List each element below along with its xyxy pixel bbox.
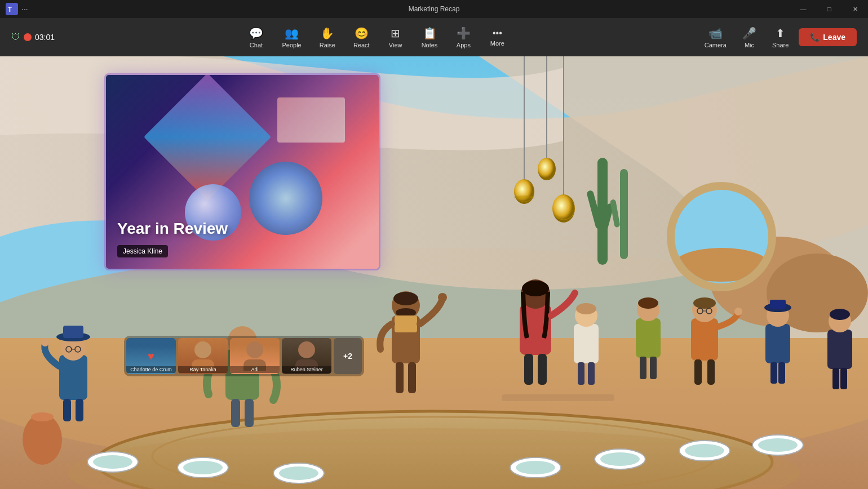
participant-name-ray: Ray Tanaka (178, 366, 228, 373)
notes-icon: 📋 (423, 26, 437, 40)
svg-point-37 (685, 444, 724, 457)
leave-label: Leave (823, 33, 845, 42)
teams-logo-icon: T (6, 3, 18, 15)
svg-point-31 (279, 466, 318, 480)
svg-rect-74 (636, 318, 661, 358)
raise-icon: ✋ (320, 26, 334, 40)
svg-rect-87 (707, 359, 715, 385)
maximize-button[interactable]: □ (816, 0, 842, 18)
people-label: People (282, 42, 301, 48)
svg-rect-101 (502, 394, 614, 401)
svg-rect-73 (588, 362, 595, 385)
svg-point-61 (438, 293, 447, 302)
svg-point-10 (514, 179, 534, 204)
minimize-button[interactable]: — (790, 0, 816, 18)
raise-button[interactable]: ✋ Raise (312, 23, 343, 52)
svg-rect-77 (640, 357, 646, 379)
people-button[interactable]: 👥 People (274, 23, 309, 52)
apps-label: Apps (457, 42, 471, 48)
svg-point-96 (830, 309, 850, 320)
more-button[interactable]: ••• More (481, 25, 513, 50)
participant-tile-ruben: Ruben Steiner (282, 338, 331, 374)
title-bar: T ··· Marketing Recap — □ ✕ (0, 0, 868, 18)
security-shield-icon: 🛡 (11, 32, 20, 42)
svg-point-39 (758, 438, 798, 452)
view-icon: ⊞ (391, 26, 400, 40)
participant-name-adi: Adi (230, 366, 280, 373)
title-bar-dots[interactable]: ··· (21, 5, 28, 14)
notes-button[interactable]: 📋 Notes (414, 23, 446, 52)
toolbar: 🛡 03:01 💬 Chat 👥 People ✋ Raise 😊 React … (0, 18, 868, 56)
participant-heart-icon: ♥ (148, 350, 154, 363)
svg-text:T: T (8, 6, 12, 14)
slide-presenter: Jessica Kline (117, 245, 168, 257)
leave-button[interactable]: 📞 Leave (799, 28, 857, 46)
svg-point-76 (638, 297, 658, 309)
more-participants-badge: +2 (334, 338, 362, 374)
svg-point-71 (576, 303, 596, 314)
svg-rect-97 (832, 368, 839, 389)
chat-button[interactable]: 💬 Chat (240, 23, 272, 52)
slide-title: Year in Review (117, 220, 228, 238)
react-label: React (353, 42, 370, 48)
svg-rect-79 (691, 318, 718, 361)
recording-indicator (24, 33, 32, 41)
svg-rect-62 (396, 362, 404, 393)
svg-point-27 (93, 455, 132, 469)
participant-name-charlotte: Charlotte de Crum (126, 366, 176, 373)
camera-icon: 📹 (708, 26, 723, 40)
svg-point-99 (23, 414, 62, 465)
svg-rect-72 (578, 362, 584, 385)
svg-point-14 (538, 158, 556, 180)
svg-rect-86 (694, 359, 702, 385)
share-button[interactable]: ⬆ Share (767, 23, 794, 52)
main-content: Year in Review Jessica Kline ♥ Charlotte… (0, 56, 868, 489)
toolbar-center: 💬 Chat 👥 People ✋ Raise 😊 React ⊞ View 📋… (240, 23, 513, 52)
chat-icon: 💬 (249, 26, 263, 40)
mic-button[interactable]: 🎤 Mic (737, 23, 762, 52)
svg-rect-94 (827, 330, 852, 369)
notes-label: Notes (422, 42, 438, 48)
view-label: View (389, 42, 402, 48)
mic-icon: 🎤 (742, 26, 756, 40)
svg-rect-69 (574, 324, 599, 363)
react-icon: 😊 (355, 26, 369, 40)
participant-tile-ray: Ray Tanaka (178, 338, 228, 374)
participants-strip: ♥ Charlotte de Crum Ray Tanaka Adi (124, 336, 364, 376)
svg-point-12 (514, 195, 534, 199)
svg-rect-91 (770, 300, 786, 309)
svg-rect-63 (408, 362, 416, 393)
svg-rect-93 (778, 362, 785, 384)
participant-name-ruben: Ruben Steiner (282, 366, 331, 373)
svg-point-85 (734, 308, 742, 315)
toolbar-left: 🛡 03:01 (11, 32, 55, 42)
svg-rect-60 (395, 315, 417, 332)
shape-diamond (144, 75, 271, 201)
view-button[interactable]: ⊞ View (380, 23, 411, 52)
react-button[interactable]: 😊 React (346, 23, 378, 52)
slide-background: Year in Review Jessica Kline (106, 75, 379, 269)
svg-rect-68 (538, 354, 547, 385)
raise-label: Raise (320, 42, 335, 48)
svg-rect-54 (231, 399, 240, 427)
close-button[interactable]: ✕ (842, 0, 868, 18)
svg-point-16 (552, 194, 575, 223)
shape-circle (249, 162, 322, 235)
more-icon: ••• (493, 28, 502, 38)
participant-tile-adi: Adi (230, 338, 280, 374)
svg-rect-40 (59, 355, 87, 400)
svg-rect-55 (245, 399, 254, 427)
apps-button[interactable]: ➕ Apps (448, 23, 479, 52)
svg-point-81 (693, 297, 716, 309)
camera-button[interactable]: 📹 Camera (699, 23, 732, 52)
svg-rect-92 (770, 362, 777, 384)
toolbar-right: 📹 Camera 🎤 Mic ⬆ Share 📞 Leave (699, 23, 857, 52)
svg-rect-67 (524, 354, 533, 385)
slide-shapes (106, 75, 379, 269)
shape-rect (277, 97, 345, 143)
svg-point-29 (183, 461, 223, 474)
svg-point-58 (393, 292, 418, 305)
presentation-screen: Year in Review Jessica Kline (104, 73, 380, 270)
svg-rect-98 (840, 368, 847, 389)
window-title: Marketing Recap (409, 5, 460, 13)
